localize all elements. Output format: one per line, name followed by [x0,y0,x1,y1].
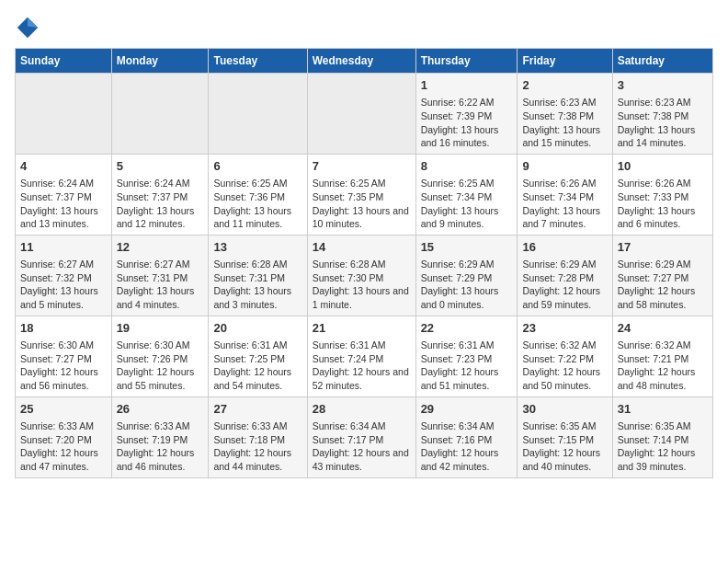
sunrise-text: Sunrise: 6:34 AM [421,420,495,431]
sunset-text: Sunset: 7:28 PM [522,272,594,283]
day-number: 18 [20,320,107,337]
day-number: 31 [618,401,708,418]
calendar-cell: 7Sunrise: 6:25 AMSunset: 7:35 PMDaylight… [307,154,415,235]
day-number: 1 [421,77,513,94]
sunset-text: Sunset: 7:17 PM [313,434,384,445]
sunrise-text: Sunrise: 6:34 AM [313,420,386,431]
day-number: 20 [213,320,301,337]
sunset-text: Sunset: 7:14 PM [618,434,689,445]
daylight-text: Daylight: 12 hours and 43 minutes. [313,447,409,472]
sunrise-text: Sunrise: 6:27 AM [117,259,190,270]
day-number: 22 [421,320,513,337]
day-number: 8 [421,158,513,175]
daylight-text: Daylight: 12 hours and 47 minutes. [20,447,98,472]
sunrise-text: Sunrise: 6:27 AM [20,259,94,270]
sunrise-text: Sunrise: 6:31 AM [421,339,495,350]
day-number: 29 [421,401,513,418]
daylight-text: Daylight: 13 hours and 13 minutes. [20,205,98,230]
page-header [15,15,713,40]
daylight-text: Daylight: 12 hours and 55 minutes. [117,366,195,391]
day-number: 27 [213,401,301,418]
calendar-cell: 23Sunrise: 6:32 AMSunset: 7:22 PMDayligh… [518,316,612,396]
col-header-tuesday: Tuesday [209,49,307,74]
calendar-cell: 14Sunrise: 6:28 AMSunset: 7:30 PMDayligh… [307,235,415,316]
calendar-week-row: 25Sunrise: 6:33 AMSunset: 7:20 PMDayligh… [16,396,713,477]
sunset-text: Sunset: 7:26 PM [117,353,188,364]
day-number: 28 [313,401,411,418]
calendar-cell: 19Sunrise: 6:30 AMSunset: 7:26 PMDayligh… [111,316,209,396]
daylight-text: Daylight: 12 hours and 40 minutes. [522,447,600,472]
calendar-week-row: 1Sunrise: 6:22 AMSunset: 7:39 PMDaylight… [16,74,713,155]
day-number: 26 [117,401,204,418]
day-number: 21 [313,320,411,337]
daylight-text: Daylight: 13 hours and 3 minutes. [213,285,291,310]
calendar-cell: 18Sunrise: 6:30 AMSunset: 7:27 PMDayligh… [16,316,112,396]
calendar-cell: 8Sunrise: 6:25 AMSunset: 7:34 PMDaylight… [415,154,518,235]
day-number: 3 [618,77,708,94]
calendar-cell: 13Sunrise: 6:28 AMSunset: 7:31 PMDayligh… [209,235,307,316]
sunrise-text: Sunrise: 6:26 AM [618,178,691,189]
sunset-text: Sunset: 7:34 PM [522,191,594,202]
sunset-text: Sunset: 7:38 PM [522,110,594,121]
calendar-cell: 5Sunrise: 6:24 AMSunset: 7:37 PMDaylight… [111,154,209,235]
sunrise-text: Sunrise: 6:35 AM [522,420,596,431]
sunrise-text: Sunrise: 6:33 AM [20,420,94,431]
sunrise-text: Sunrise: 6:30 AM [20,339,94,350]
sunset-text: Sunset: 7:27 PM [20,353,92,364]
daylight-text: Daylight: 13 hours and 14 minutes. [618,124,696,149]
sunset-text: Sunset: 7:31 PM [213,272,285,283]
daylight-text: Daylight: 13 hours and 15 minutes. [522,124,600,149]
sunset-text: Sunset: 7:32 PM [20,272,92,283]
sunset-text: Sunset: 7:25 PM [213,353,285,364]
daylight-text: Daylight: 13 hours and 12 minutes. [117,205,195,230]
calendar-week-row: 4Sunrise: 6:24 AMSunset: 7:37 PMDaylight… [16,154,713,235]
calendar-cell: 12Sunrise: 6:27 AMSunset: 7:31 PMDayligh… [111,235,209,316]
daylight-text: Daylight: 13 hours and 6 minutes. [618,205,696,230]
calendar-cell: 27Sunrise: 6:33 AMSunset: 7:18 PMDayligh… [209,396,307,477]
day-number: 24 [618,320,708,337]
day-number: 4 [20,158,107,175]
sunset-text: Sunset: 7:37 PM [20,191,92,202]
sunrise-text: Sunrise: 6:31 AM [313,339,386,350]
sunset-text: Sunset: 7:36 PM [213,191,285,202]
sunrise-text: Sunrise: 6:22 AM [421,97,495,108]
calendar-cell [16,74,112,155]
calendar-cell: 16Sunrise: 6:29 AMSunset: 7:28 PMDayligh… [518,235,612,316]
sunset-text: Sunset: 7:34 PM [421,191,493,202]
day-number: 17 [618,239,708,256]
sunset-text: Sunset: 7:23 PM [421,353,493,364]
col-header-sunday: Sunday [16,49,112,74]
sunset-text: Sunset: 7:20 PM [20,434,92,445]
calendar-cell: 6Sunrise: 6:25 AMSunset: 7:36 PMDaylight… [209,154,307,235]
calendar-cell: 28Sunrise: 6:34 AMSunset: 7:17 PMDayligh… [307,396,415,477]
sunrise-text: Sunrise: 6:35 AM [618,420,691,431]
day-number: 7 [313,158,411,175]
calendar-cell: 31Sunrise: 6:35 AMSunset: 7:14 PMDayligh… [612,396,712,477]
day-number: 19 [117,320,204,337]
daylight-text: Daylight: 13 hours and 11 minutes. [213,205,291,230]
daylight-text: Daylight: 13 hours and 10 minutes. [313,205,409,230]
sunrise-text: Sunrise: 6:24 AM [20,178,94,189]
day-number: 6 [213,158,301,175]
calendar-cell: 25Sunrise: 6:33 AMSunset: 7:20 PMDayligh… [16,396,112,477]
sunset-text: Sunset: 7:31 PM [117,272,188,283]
sunset-text: Sunset: 7:18 PM [213,434,285,445]
sunrise-text: Sunrise: 6:25 AM [313,178,386,189]
sunset-text: Sunset: 7:21 PM [618,353,689,364]
calendar-cell: 1Sunrise: 6:22 AMSunset: 7:39 PMDaylight… [415,74,518,155]
calendar-cell: 29Sunrise: 6:34 AMSunset: 7:16 PMDayligh… [415,396,518,477]
calendar-table: SundayMondayTuesdayWednesdayThursdayFrid… [15,48,713,478]
calendar-cell: 15Sunrise: 6:29 AMSunset: 7:29 PMDayligh… [415,235,518,316]
daylight-text: Daylight: 12 hours and 58 minutes. [618,285,696,310]
day-number: 2 [522,77,607,94]
calendar-cell: 2Sunrise: 6:23 AMSunset: 7:38 PMDaylight… [518,74,612,155]
sunrise-text: Sunrise: 6:25 AM [421,178,495,189]
calendar-cell: 24Sunrise: 6:32 AMSunset: 7:21 PMDayligh… [612,316,712,396]
day-number: 14 [313,239,411,256]
calendar-cell: 22Sunrise: 6:31 AMSunset: 7:23 PMDayligh… [415,316,518,396]
calendar-cell: 20Sunrise: 6:31 AMSunset: 7:25 PMDayligh… [209,316,307,396]
day-number: 12 [117,239,204,256]
daylight-text: Daylight: 12 hours and 52 minutes. [313,366,409,391]
day-number: 23 [522,320,607,337]
sunrise-text: Sunrise: 6:32 AM [522,339,596,350]
